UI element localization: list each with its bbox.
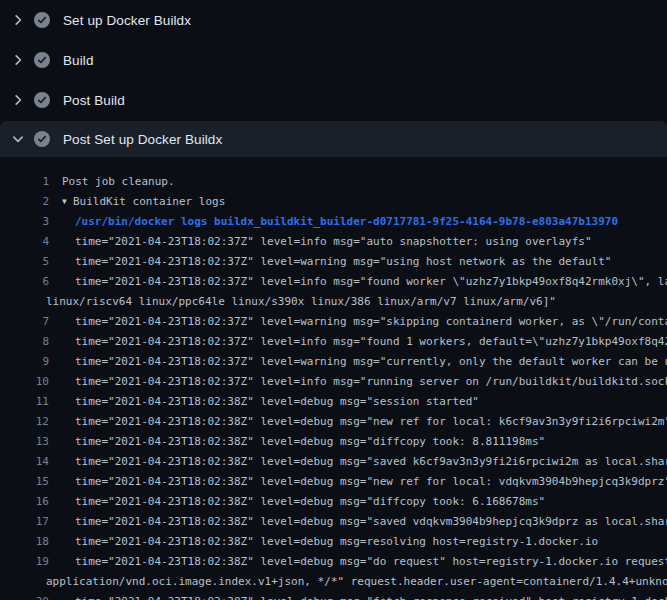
log-text: time="2021-04-23T18:02:37Z" level=warnin… (75, 352, 667, 372)
step-header-post-build[interactable]: Post Build (0, 80, 667, 120)
line-number[interactable]: 18 (22, 532, 49, 552)
log-line: 9time="2021-04-23T18:02:37Z" level=warni… (0, 352, 667, 372)
step-header-post-setup-docker-buildx[interactable]: Post Set up Docker Buildx (0, 121, 667, 157)
line-number[interactable]: 5 (22, 252, 49, 272)
log-text: time="2021-04-23T18:02:38Z" level=debug … (75, 532, 598, 552)
step-header-build[interactable]: Build (0, 40, 667, 80)
step-title: Post Build (63, 93, 125, 108)
line-number[interactable]: 20 (22, 592, 49, 600)
line-number[interactable]: 12 (22, 412, 49, 432)
log-line: 7time="2021-04-23T18:02:37Z" level=warni… (0, 312, 667, 332)
log-text: time="2021-04-23T18:02:37Z" level=info m… (75, 272, 667, 292)
log-line: 16time="2021-04-23T18:02:38Z" level=debu… (0, 492, 667, 512)
log-text: time="2021-04-23T18:02:38Z" level=debug … (75, 412, 667, 432)
log-text: time="2021-04-23T18:02:37Z" level=info m… (75, 232, 592, 252)
line-number[interactable]: 19 (22, 552, 49, 572)
log-text: time="2021-04-23T18:02:38Z" level=debug … (75, 592, 667, 600)
line-number[interactable]: 3 (22, 212, 49, 232)
line-number[interactable]: 10 (22, 372, 49, 392)
log-text: time="2021-04-23T18:02:37Z" level=info m… (75, 372, 667, 392)
log-line: 6time="2021-04-23T18:02:37Z" level=info … (0, 272, 667, 292)
log-line: 13time="2021-04-23T18:02:38Z" level=debu… (0, 432, 667, 452)
line-number[interactable]: 15 (22, 472, 49, 492)
log-command-text: /usr/bin/docker logs buildx_buildkit_bui… (75, 212, 618, 232)
log-text: time="2021-04-23T18:02:38Z" level=debug … (75, 492, 545, 512)
steps-panel: Set up Docker Buildx Build Post Build Po… (0, 0, 667, 600)
log-line: 1Post job cleanup. (0, 172, 667, 192)
line-number[interactable]: 6 (22, 272, 49, 292)
log-line: 17time="2021-04-23T18:02:38Z" level=debu… (0, 512, 667, 532)
log-text: linux/riscv64 linux/ppc64le linux/s390x … (46, 292, 556, 312)
log-text: time="2021-04-23T18:02:38Z" level=debug … (75, 512, 667, 532)
log-text: time="2021-04-23T18:02:38Z" level=debug … (75, 432, 545, 452)
log-line: linux/riscv64 linux/ppc64le linux/s390x … (0, 292, 667, 312)
line-number[interactable]: 2 (22, 192, 49, 212)
log-text: time="2021-04-23T18:02:38Z" level=debug … (75, 392, 479, 412)
log-text: time="2021-04-23T18:02:37Z" level=info m… (75, 332, 667, 352)
log-text: time="2021-04-23T18:02:38Z" level=debug … (75, 472, 667, 492)
line-number[interactable]: 11 (22, 392, 49, 412)
log-line: application/vnd.oci.image.index.v1+json,… (0, 572, 667, 592)
log-line: 18time="2021-04-23T18:02:38Z" level=debu… (0, 532, 667, 552)
log-text: time="2021-04-23T18:02:38Z" level=debug … (75, 452, 667, 472)
check-circle-icon (34, 92, 50, 108)
chevron-right-icon (10, 12, 26, 28)
check-circle-icon (34, 52, 50, 68)
log-text: time="2021-04-23T18:02:38Z" level=debug … (75, 552, 667, 572)
line-number[interactable]: 7 (22, 312, 49, 332)
log-line: 15time="2021-04-23T18:02:38Z" level=debu… (0, 472, 667, 492)
log-text: ▼BuildKit container logs (62, 192, 225, 212)
log-line: 8time="2021-04-23T18:02:37Z" level=info … (0, 332, 667, 352)
line-number[interactable]: 8 (22, 332, 49, 352)
check-circle-icon (34, 12, 50, 28)
chevron-down-icon (10, 131, 26, 147)
log-line: 12time="2021-04-23T18:02:38Z" level=debu… (0, 412, 667, 432)
log-text: application/vnd.oci.image.index.v1+json,… (46, 572, 667, 592)
step-title: Build (63, 53, 94, 68)
log-line: 14time="2021-04-23T18:02:38Z" level=debu… (0, 452, 667, 472)
line-number[interactable]: 1 (22, 172, 49, 192)
check-circle-icon (34, 131, 50, 147)
step-title: Post Set up Docker Buildx (63, 132, 222, 147)
log-line: 3/usr/bin/docker logs buildx_buildkit_bu… (0, 212, 667, 232)
log-text: time="2021-04-23T18:02:37Z" level=warnin… (75, 252, 611, 272)
log-area: 1Post job cleanup.2▼BuildKit container l… (0, 157, 667, 600)
line-number[interactable]: 16 (22, 492, 49, 512)
step-title: Set up Docker Buildx (63, 13, 191, 28)
line-number[interactable]: 17 (22, 512, 49, 532)
log-line: 5time="2021-04-23T18:02:37Z" level=warni… (0, 252, 667, 272)
log-line: 20time="2021-04-23T18:02:38Z" level=debu… (0, 592, 667, 600)
log-line: 2▼BuildKit container logs (0, 192, 667, 212)
line-number[interactable]: 14 (22, 452, 49, 472)
log-line: 10time="2021-04-23T18:02:37Z" level=info… (0, 372, 667, 392)
line-number[interactable]: 9 (22, 352, 49, 372)
log-line: 4time="2021-04-23T18:02:37Z" level=info … (0, 232, 667, 252)
chevron-right-icon (10, 52, 26, 68)
log-text: time="2021-04-23T18:02:37Z" level=warnin… (75, 312, 667, 332)
step-header-setup-docker-buildx[interactable]: Set up Docker Buildx (0, 0, 667, 40)
line-number[interactable]: 4 (22, 232, 49, 252)
log-line: 19time="2021-04-23T18:02:38Z" level=debu… (0, 552, 667, 572)
log-text: Post job cleanup. (62, 172, 175, 192)
line-number[interactable]: 13 (22, 432, 49, 452)
log-group-label[interactable]: BuildKit container logs (73, 195, 225, 208)
chevron-right-icon (10, 92, 26, 108)
group-collapse-icon[interactable]: ▼ (62, 192, 73, 212)
log-line: 11time="2021-04-23T18:02:38Z" level=debu… (0, 392, 667, 412)
